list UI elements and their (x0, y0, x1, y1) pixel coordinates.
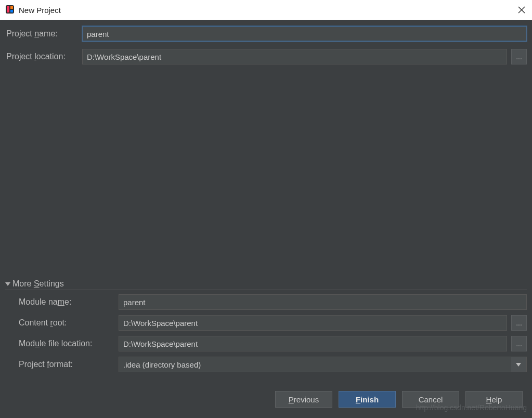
chevron-down-icon (5, 279, 10, 289)
finish-button[interactable]: Finish (339, 391, 396, 408)
module-file-location-input[interactable] (119, 336, 507, 351)
project-format-label: Project format: (18, 360, 114, 369)
window-title: New Project (19, 6, 61, 15)
app-icon (5, 5, 15, 16)
chevron-down-icon (511, 357, 526, 372)
project-name-label: Project name: (5, 29, 78, 38)
svg-rect-3 (10, 10, 13, 12)
previous-button[interactable]: Previous (275, 391, 332, 408)
button-bar: Previous Finish Cancel Help (5, 391, 527, 412)
project-format-value: .idea (directory based) (123, 360, 201, 369)
project-location-label: Project location: (5, 52, 78, 61)
module-file-location-label: Module file location: (18, 339, 114, 348)
project-name-row: Project name: (5, 26, 527, 42)
close-icon[interactable] (516, 5, 527, 15)
more-settings-toggle[interactable]: More Settings (5, 279, 527, 290)
svg-rect-1 (7, 6, 9, 12)
cancel-button[interactable]: Cancel (402, 391, 459, 408)
svg-marker-7 (516, 363, 521, 367)
svg-rect-2 (10, 6, 13, 9)
project-location-input[interactable] (82, 49, 507, 64)
dialog-body: Project name: Project location: ... More… (0, 20, 532, 418)
module-file-location-browse-button[interactable]: ... (511, 336, 527, 351)
content-root-label: Content root: (18, 318, 114, 328)
module-name-row: Module name: (18, 294, 527, 310)
more-settings-section: More Settings Module name: Content root:… (5, 279, 527, 377)
content-root-browse-button[interactable]: ... (511, 315, 527, 331)
project-location-row: Project location: ... (5, 49, 527, 64)
project-format-select[interactable]: .idea (directory based) (119, 357, 527, 372)
module-name-label: Module name: (18, 297, 114, 307)
content-root-input[interactable] (119, 315, 507, 331)
module-file-location-row: Module file location: ... (18, 336, 527, 351)
more-settings-label: More Settings (12, 279, 64, 289)
project-location-browse-button[interactable]: ... (511, 49, 527, 64)
project-name-input[interactable] (82, 26, 527, 42)
module-name-input[interactable] (119, 294, 527, 310)
svg-marker-6 (5, 282, 10, 286)
content-root-row: Content root: ... (18, 315, 527, 331)
help-button[interactable]: Help (465, 391, 523, 408)
project-format-row: Project format: .idea (directory based) (18, 357, 527, 372)
titlebar: New Project (0, 0, 532, 20)
